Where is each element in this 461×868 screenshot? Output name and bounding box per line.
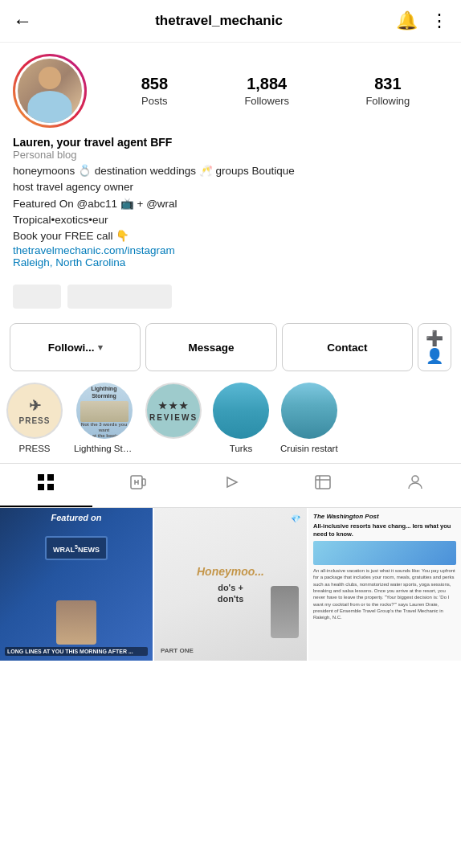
highlight-press[interactable]: ✈ PRESS PRESS [6,383,63,453]
action-buttons: Followi... ▾ Message Contact ➕👤 [0,317,461,378]
press-text: PRESS [19,416,51,425]
wral-bottom-text: LONG LINES AT YOU THIS MORNING AFTER ... [5,647,148,656]
stats-row: 858 Posts 1,884 Followers 831 Following [103,75,448,108]
highlight-cruisin[interactable]: Cruisin restart [280,383,338,453]
highlight-turks[interactable]: Turks [213,383,269,453]
more-options-icon[interactable]: ⋮ [430,10,448,31]
svg-rect-2 [38,484,44,490]
wapo-image [313,541,456,565]
chevron-down-icon: ▾ [98,342,103,353]
following-stat[interactable]: 831 Following [365,75,410,108]
bio-section: Lauren, your travel agent BFF Personal b… [13,136,448,268]
highlight-press-circle: ✈ PRESS [6,383,63,439]
lightning-inner: LighthingStorming Not the 3 words you wa… [76,383,133,439]
lightning-bottom-label: Not the 3 words you wanthear at the begi… [76,422,133,440]
lightning-photo [80,401,129,422]
avatar-ring[interactable] [13,54,87,128]
bio-link[interactable]: thetravelmechanic.com/instagram [13,244,448,256]
highlight-reviews-circle: ★★★ REVIEWS [145,383,202,439]
followers-count: 1,884 [244,75,289,93]
back-button[interactable]: ← [13,10,32,32]
tab-bar [0,463,461,508]
message-label: Message [188,342,234,354]
story-placeholder-1 [13,285,61,309]
post-wral[interactable]: Featured on WRAL5NEWS LONG LINES AT YOU … [0,508,153,661]
press-inner: ✈ PRESS [8,384,61,437]
contact-button[interactable]: Contact [282,323,413,371]
story-bar [0,276,461,317]
wral-person-img [56,600,96,645]
wapo-headline: All-inclusive resorts have chang... lers… [313,522,456,538]
svg-marker-9 [227,477,237,487]
highlight-turks-label: Turks [230,444,252,453]
highlight-lightning-circle: LighthingStorming Not the 3 words you wa… [76,383,133,439]
svg-rect-0 [38,474,44,481]
avatar-inner [15,56,84,125]
tab-reels[interactable] [185,464,277,507]
lightning-image: LighthingStorming Not the 3 words you wa… [76,383,133,439]
profile-section: 858 Posts 1,884 Followers 831 Following … [0,43,461,276]
stars-icon: ★★★ [158,400,190,411]
reels-icon [222,473,239,496]
profile-top: 858 Posts 1,884 Followers 831 Following [13,54,448,128]
followers-label: Followers [244,95,289,107]
svg-rect-1 [47,474,54,481]
tagged-icon [314,473,332,496]
post-honeymoon[interactable]: 💎 Honeymoo... do's +don'ts PART ONE [154,508,307,661]
tab-grid[interactable] [0,464,92,507]
turks-inner [213,383,269,439]
svg-rect-3 [47,484,54,490]
story-placeholder-2 [67,285,172,309]
wral-logo: WRAL5NEWS [45,536,108,560]
highlight-press-label: PRESS [19,444,51,453]
igtv-icon [129,473,147,496]
posts-stat[interactable]: 858 Posts [141,75,168,108]
header: ← thetravel_mechanic 🔔 ⋮ [0,0,461,43]
honeymoon-subtitle: do's +don'ts [218,582,244,605]
notification-bell-icon[interactable]: 🔔 [396,10,418,31]
highlight-lightning[interactable]: LighthingStorming Not the 3 words you wa… [74,383,134,453]
reviews-inner: ★★★ REVIEWS [147,384,200,437]
profile-tag-icon [406,473,424,496]
highlight-cruisin-label: Cruisin restart [280,444,338,453]
highlight-reviews[interactable]: ★★★ REVIEWS [145,383,202,453]
highlight-turks-circle [213,383,269,439]
followers-stat[interactable]: 1,884 Followers [244,75,289,108]
following-count: 831 [365,75,410,93]
highlights-section: ✈ PRESS PRESS LighthingStorming Not the … [0,378,461,463]
tab-profile[interactable] [369,464,461,507]
add-friend-button[interactable]: ➕👤 [418,323,451,371]
posts-label: Posts [141,95,168,107]
post-wapo[interactable]: The Washington Post All-inclusive resort… [308,508,461,661]
wral-logo-area: WRAL5NEWS [0,536,153,560]
wral-person [0,600,153,645]
honeymoon-title: Honeymoo... [197,564,264,579]
following-button[interactable]: Followi... ▾ [10,323,141,371]
lightning-top-label: LighthingStorming [92,386,117,399]
add-friend-icon: ➕👤 [423,330,446,365]
following-label: Following [365,95,410,107]
wapo-body-text: An all-inclusive vacation is just what i… [313,567,456,621]
tab-igtv[interactable] [92,464,185,507]
wral-featured-text: Featured on [51,513,102,522]
contact-label: Contact [327,342,367,354]
cruisin-inner [281,383,337,439]
bio-location: Raleigh, North Carolina [13,256,448,268]
honeymoon-person [271,586,299,638]
message-button[interactable]: Message [145,323,276,371]
tab-tagged[interactable] [276,464,369,507]
header-icons: 🔔 ⋮ [396,10,448,31]
svg-point-13 [412,476,418,482]
following-label: Followi... [48,342,95,354]
username-title: thetravel_mechanic [42,13,396,29]
bio-text: honeymoons 💍 destination weddings 🥂 grou… [13,163,448,244]
honeymoon-diamond-icon: 💎 [291,514,300,523]
wapo-paper-name: The Washington Post [313,513,456,520]
svg-rect-10 [316,476,330,489]
wral-logo-text: WRAL5NEWS [53,546,100,554]
honeymoon-part-label: PART ONE [161,647,194,654]
highlight-cruisin-circle [281,383,337,439]
posts-count: 858 [141,75,168,93]
svg-rect-5 [142,479,145,485]
profile-name: Lauren, your travel agent BFF [13,136,448,149]
